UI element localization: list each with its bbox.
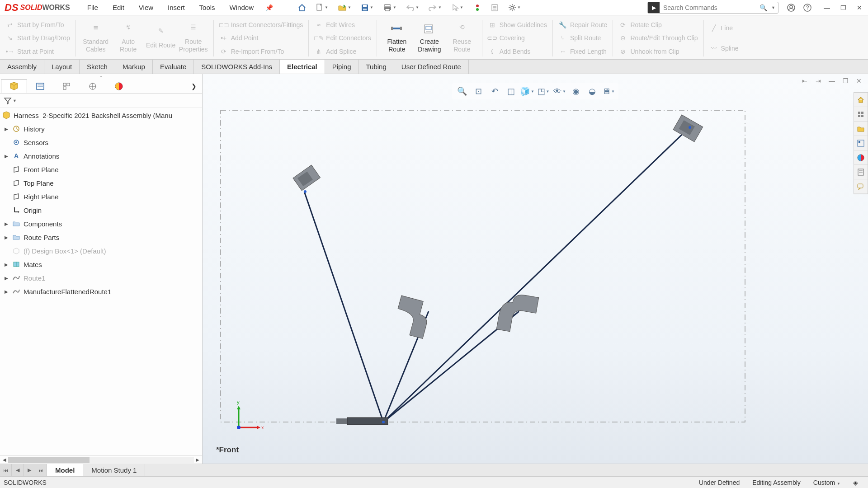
scroll-left-icon[interactable]: ◀ [1, 457, 8, 462]
tab-nav-prev-icon[interactable]: ◀ [12, 464, 24, 476]
expander-icon[interactable]: ▶ [4, 154, 9, 159]
rotate-clip-button[interactable]: ⟳Rotate Clip [617, 20, 699, 30]
ribbon-tab-sketch[interactable]: Sketch [80, 60, 115, 74]
expander-icon[interactable]: ▶ [4, 289, 9, 294]
repair-route-button[interactable]: 🔧Repair Route [557, 20, 609, 30]
tree-item[interactable]: Top Plane [0, 176, 202, 190]
design-library-tab-icon[interactable] [854, 107, 868, 122]
tree-item[interactable]: Sensors [0, 136, 202, 149]
restore-icon[interactable]: ❐ [836, 2, 850, 14]
status-units[interactable]: Custom▼ [813, 479, 840, 486]
tree-root[interactable]: Harness_2-Specific 2021 Backshell Assemb… [0, 108, 202, 122]
file-props-icon[interactable] [486, 1, 503, 14]
print-icon[interactable]: ▼ [379, 1, 401, 14]
propertymanager-tab-icon[interactable] [27, 80, 53, 93]
appearance-icon[interactable]: ◉ [569, 85, 583, 98]
search-commands[interactable]: ▶ 🔍 ▼ [647, 2, 778, 14]
menu-file[interactable]: File [81, 2, 104, 13]
start-by-fromto-button[interactable]: ⇄Start by From/To [4, 20, 72, 30]
undo-icon[interactable]: ▼ [401, 1, 423, 14]
standard-cables-button[interactable]: ≣Standard Cables [80, 18, 112, 58]
line-button[interactable]: ╱Line [708, 23, 741, 33]
close-icon[interactable]: ✕ [853, 2, 866, 14]
ribbon-tab-tubing[interactable]: Tubing [359, 60, 394, 74]
ribbon-tab-user-defined-route[interactable]: User Defined Route [394, 60, 469, 74]
hide-show-icon[interactable]: 👁▼ [552, 85, 567, 98]
viewport-minimize-icon[interactable]: — [826, 76, 837, 86]
expander-icon[interactable]: ▶ [4, 235, 9, 240]
add-point-button[interactable]: •+Add Point [217, 33, 305, 43]
viewport-restore-icon[interactable]: ❐ [840, 76, 851, 86]
split-route-button[interactable]: ⑂Split Route [557, 33, 609, 43]
edit-wires-button[interactable]: ≈Edit Wires [312, 20, 373, 30]
fixed-length-button[interactable]: ↔Fixed Length [557, 47, 609, 56]
route-properties-button[interactable]: ☰Route Properties [177, 18, 210, 58]
collapse-left-icon[interactable]: ⇤ [799, 76, 810, 86]
spline-button[interactable]: 〰Spline [708, 43, 741, 53]
tab-nav-first-icon[interactable]: ⏮ [0, 464, 12, 476]
tree-item[interactable]: Front Plane [0, 163, 202, 176]
appearances-tab-icon[interactable] [854, 150, 868, 165]
model-tab[interactable]: Model [47, 464, 83, 476]
pin-icon[interactable]: 📌 [263, 4, 276, 11]
route-through-clip-button[interactable]: ⊖Route/Edit Through Clip [617, 33, 699, 43]
orientation-triad[interactable]: x y [230, 400, 266, 436]
prev-view-icon[interactable]: ↶ [487, 85, 502, 98]
expander-icon[interactable]: ▶ [4, 221, 9, 226]
tree-item[interactable]: ▶History [0, 122, 202, 136]
edit-route-button[interactable]: ✎Edit Route [145, 18, 177, 58]
resources-tab-icon[interactable] [854, 93, 868, 107]
view-orient-icon[interactable]: 🧊▼ [520, 85, 534, 98]
ribbon-tab-solidworks-add-ins[interactable]: SOLIDWORKS Add-Ins [194, 60, 280, 74]
home-icon[interactable] [294, 1, 310, 14]
menu-insert[interactable]: Insert [161, 2, 191, 13]
start-by-dragdrop-button[interactable]: ↘Start by Drag/Drop [4, 33, 72, 43]
panel-grip[interactable]: • [0, 74, 202, 79]
ribbon-tab-assembly[interactable]: Assembly [0, 60, 44, 74]
tree-item[interactable]: ▶Route1 [0, 271, 202, 285]
menu-window[interactable]: Window [223, 2, 260, 13]
rebuild-icon[interactable] [469, 1, 486, 14]
file-explorer-tab-icon[interactable] [854, 122, 868, 136]
redo-icon[interactable]: ▼ [424, 1, 446, 14]
scene-icon[interactable]: ◒ [585, 85, 599, 98]
forum-tab-icon[interactable] [854, 179, 868, 194]
start-at-point-button[interactable]: •→Start at Point [4, 47, 72, 56]
options-gear-icon[interactable]: ▼ [504, 1, 525, 14]
select-icon[interactable]: ▼ [447, 1, 468, 14]
flatten-route-button[interactable]: Flatten Route [381, 18, 413, 58]
custom-props-tab-icon[interactable] [854, 165, 868, 179]
viewport-close-icon[interactable]: ✕ [854, 76, 864, 86]
panel-expand-icon[interactable]: ❯ [187, 80, 201, 93]
edit-connectors-button[interactable]: ⊏✎Edit Connectors [312, 33, 373, 43]
tab-nav-next-icon[interactable]: ▶ [24, 464, 35, 476]
open-icon[interactable]: ▼ [334, 1, 355, 14]
expander-icon[interactable]: ▶ [4, 127, 9, 131]
ribbon-tab-electrical[interactable]: Electrical [280, 60, 325, 74]
insert-connectors-button[interactable]: ⊏⊐Insert Connectors/Fittings [217, 20, 305, 30]
tree-item[interactable]: ▶ManufactureFlattenedRoute1 [0, 285, 202, 298]
graphics-area[interactable]: ⇤ ⇥ — ❐ ✕ 🔍 ⊡ ↶ ◫ 🧊▼ ◳▼ 👁▼ ◉ ◒ 🖥▼ [203, 74, 868, 464]
ribbon-tab-layout[interactable]: Layout [44, 60, 80, 74]
search-input[interactable] [660, 4, 758, 11]
add-bends-button[interactable]: ⤹Add Bends [486, 47, 549, 56]
ribbon-tab-evaluate[interactable]: Evaluate [153, 60, 194, 74]
tree-item[interactable]: Origin [0, 203, 202, 217]
tree-item[interactable]: ▶Mates [0, 258, 202, 271]
reuse-route-button[interactable]: ⟲Reuse Route [446, 18, 478, 58]
ribbon-tab-markup[interactable]: Markup [115, 60, 153, 74]
view-palette-tab-icon[interactable] [854, 136, 868, 150]
dimxpert-tab-icon[interactable] [80, 80, 106, 93]
motion-study-tab[interactable]: Motion Study 1 [83, 464, 145, 476]
tree-item[interactable]: Right Plane [0, 190, 202, 203]
new-doc-icon[interactable]: ▼ [311, 1, 333, 14]
scroll-right-icon[interactable]: ▶ [194, 457, 201, 462]
tree-item[interactable]: ▶AAnnotations [0, 149, 202, 163]
reimport-fromto-button[interactable]: ⟳Re-Import From/To [217, 47, 305, 56]
add-splice-button[interactable]: ⋔Add Splice [312, 47, 373, 56]
help-icon[interactable]: ? [799, 1, 816, 14]
zoom-fit-icon[interactable]: 🔍 [455, 85, 469, 98]
show-guidelines-button[interactable]: ⊞Show Guidelines [486, 20, 549, 30]
section-view-icon[interactable]: ◫ [504, 85, 518, 98]
tree-item[interactable]: (f) Design Box<1> (Default) [0, 244, 202, 258]
